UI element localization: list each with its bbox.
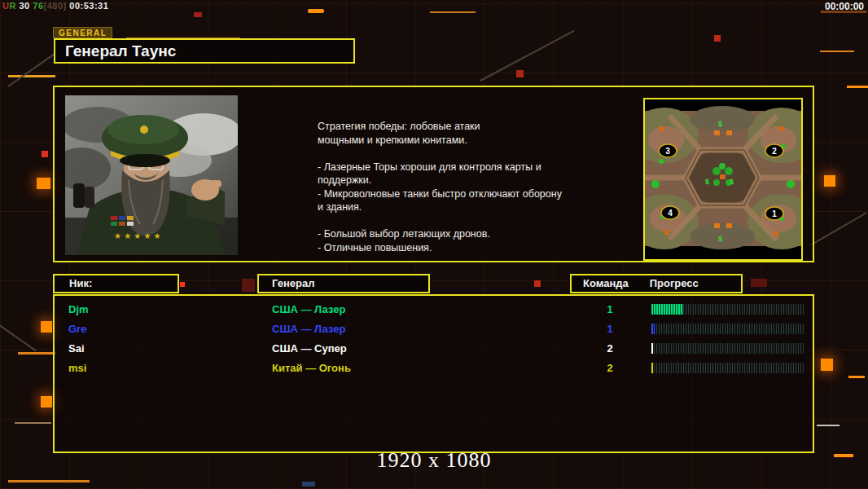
circuit-line	[8, 75, 55, 77]
circuit-square	[41, 321, 52, 333]
debug-fps: 30	[19, 1, 29, 11]
player-row: DjmСША — Лазер1	[55, 300, 813, 319]
player-progress-bar	[651, 363, 804, 373]
circuit-line	[817, 425, 840, 426]
supply-icon: $	[718, 120, 722, 128]
player-nick: msi	[68, 359, 86, 378]
circuit-line	[308, 9, 324, 13]
start-position-number: 1	[772, 209, 777, 218]
player-nick: Gre	[68, 319, 86, 339]
circuit-square	[534, 280, 541, 287]
player-row: msiКитай — Огонь2	[55, 359, 813, 378]
start-position-number: 2	[772, 147, 777, 156]
player-progress-fill	[651, 324, 655, 334]
match-timer: 00:00:00	[825, 1, 864, 12]
header-general: Генерал	[257, 274, 430, 293]
player-team: 2	[594, 339, 626, 359]
circuit-square	[751, 279, 767, 287]
circuit-line	[18, 352, 55, 355]
map-start-position: 3	[659, 144, 677, 157]
supply-icon: $	[730, 178, 734, 186]
circuit-diagonal	[0, 322, 37, 351]
debug-num: 76	[33, 1, 43, 11]
circuit-square	[824, 175, 835, 187]
player-general: США — Лазер	[272, 319, 345, 339]
start-position-number: 4	[668, 209, 673, 218]
player-nick: Sai	[68, 339, 85, 359]
player-team: 2	[594, 359, 626, 378]
header-team: Команда	[583, 277, 629, 289]
players-panel: DjmСША — Лазер1GreСША — Лазер1SaiСША — С…	[53, 294, 814, 453]
player-general: США — Лазер	[272, 300, 345, 319]
circuit-line	[8, 480, 90, 482]
general-info-panel: ★ ★ ★ ★ ★ Стратегия победы: лобовые атак…	[53, 86, 814, 262]
player-row: SaiСША — Супер2	[55, 339, 813, 359]
header-progress: Прогресс	[650, 277, 699, 289]
circuit-square	[821, 359, 833, 371]
circuit-square	[37, 178, 50, 189]
general-portrait: ★ ★ ★ ★ ★	[65, 95, 238, 255]
portrait-image: ★ ★ ★ ★ ★	[65, 95, 238, 255]
player-progress-fill	[651, 343, 653, 354]
circuit-square	[41, 396, 52, 408]
start-position-number: 3	[665, 147, 670, 156]
circuit-square	[194, 12, 202, 17]
debug-clock: 00:53:31	[69, 1, 108, 11]
header-team-progress: КомандаПрогресс	[570, 274, 743, 293]
debug-r: R	[9, 1, 15, 11]
circuit-square	[516, 70, 524, 77]
circuit-diagonal	[480, 30, 575, 82]
circuit-line	[834, 454, 853, 457]
header-nick: Ник:	[53, 274, 179, 293]
player-team: 1	[594, 300, 626, 319]
player-progress-bar	[651, 324, 804, 334]
circuit-line	[847, 86, 868, 88]
map-start-position: 1	[765, 207, 783, 220]
debug-readout: UR 30 76[480] 00:53:31	[2, 1, 108, 11]
player-general: США — Супер	[272, 339, 347, 359]
player-progress-bar	[651, 343, 804, 354]
map-start-position: 2	[765, 144, 783, 157]
circuit-square	[42, 151, 48, 157]
strategy-text: Стратегия победы: лобовые атаки мощными …	[318, 120, 590, 254]
circuit-line	[430, 11, 476, 13]
circuit-line	[820, 51, 854, 52]
map-preview: $ $ $ $ 1 2 3	[643, 98, 803, 261]
svg-text:★ ★ ★ ★ ★: ★ ★ ★ ★ ★	[114, 231, 161, 240]
player-progress-fill	[651, 363, 653, 373]
supply-icon: $	[705, 178, 709, 186]
circuit-square	[242, 279, 255, 292]
circuit-square	[714, 35, 721, 42]
player-progress-bar	[651, 304, 804, 315]
map-image: $ $ $ $ 1 2 3	[645, 99, 801, 259]
circuit-square	[302, 482, 315, 487]
circuit-line	[848, 376, 865, 378]
circuit-diagonal	[810, 212, 867, 246]
circuit-line	[15, 422, 51, 424]
general-tab: GENERAL	[53, 27, 112, 38]
player-rows: DjmСША — Лазер1GreСША — Лазер1SaiСША — С…	[55, 300, 813, 378]
player-row: GreСША — Лазер1	[55, 319, 813, 339]
player-progress-fill	[651, 304, 683, 315]
circuit-square	[180, 282, 185, 287]
supply-icon: $	[718, 235, 722, 243]
map-start-position: 4	[661, 206, 679, 219]
page-title: Генерал Таунс	[54, 38, 355, 64]
debug-bracket: [480]	[44, 1, 67, 11]
resolution-label: 1920 x 1080	[377, 448, 492, 473]
player-nick: Djm	[68, 300, 89, 319]
player-general: Китай — Огонь	[272, 359, 351, 378]
circuit-diagonal	[7, 53, 55, 87]
player-team: 1	[594, 319, 626, 339]
